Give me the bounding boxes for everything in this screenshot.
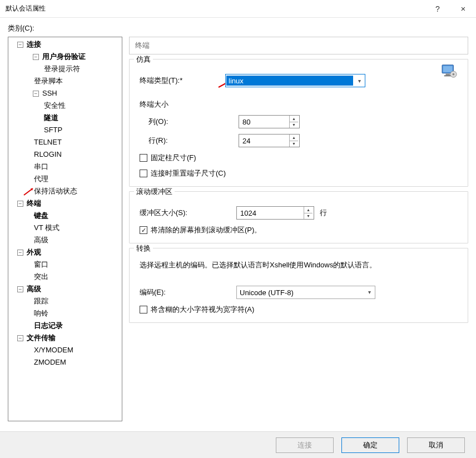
tree-telnet[interactable]: TELNET (33, 136, 63, 148)
buffer-unit: 行 (320, 208, 327, 218)
tree-serial[interactable]: 串口 (33, 161, 49, 173)
svg-rect-1 (443, 66, 453, 72)
connect-button[interactable]: 连接 (276, 437, 334, 453)
tree-vtmode[interactable]: VT 模式 (33, 222, 61, 234)
emulation-title: 仿真 (134, 54, 153, 64)
tree-login-script[interactable]: 登录脚本 (33, 75, 64, 87)
window-title: 默认会话属性 (6, 4, 46, 13)
tree-appearance[interactable]: 外观 (26, 246, 42, 258)
push-cleared-checkbox[interactable] (140, 226, 147, 234)
dialog-footer: 连接 确定 取消 (0, 431, 476, 458)
category-tree[interactable]: −连接 −用户身份验证 登录提示符 登录脚本 −SSH 安全性 隧道 SFTP (8, 37, 122, 421)
tree-logging[interactable]: 日志记录 (33, 320, 64, 332)
cols-label: 列(O): (136, 117, 197, 127)
buffer-size-value: 1024 (240, 209, 304, 217)
close-button[interactable]: × (450, 0, 476, 17)
cancel-button[interactable]: 取消 (407, 437, 465, 453)
tree-connection[interactable]: 连接 (26, 38, 42, 51)
buffer-size-spinner[interactable]: 1024 ▲▼ (236, 206, 314, 220)
fixed-cols-label: 固定柱尺寸(F) (151, 153, 196, 163)
tree-filetransfer[interactable]: 文件传输 (26, 332, 57, 344)
tree-sftp[interactable]: SFTP (43, 124, 63, 136)
minus-icon[interactable]: − (33, 54, 39, 60)
ambiguous-wide-checkbox[interactable] (140, 306, 147, 313)
minus-icon[interactable]: − (17, 286, 23, 292)
reset-on-connect-label: 连接时重置端子尺寸(C) (151, 168, 226, 178)
tree-window[interactable]: 窗口 (33, 258, 49, 271)
minus-icon[interactable]: − (17, 42, 23, 48)
terminal-type-dropdown[interactable]: linux ▾ (225, 74, 365, 87)
ambiguous-wide-label: 将含糊的大小字符视为宽字符(A) (151, 305, 254, 315)
spin-up-icon[interactable]: ▲ (290, 135, 298, 141)
tree-keepalive[interactable]: 保持活动状态 (33, 185, 78, 197)
tree-highlight[interactable]: 突出 (33, 271, 49, 283)
spin-down-icon[interactable]: ▼ (290, 141, 298, 147)
panel-heading: 终端 (129, 37, 468, 54)
encoding-dropdown[interactable]: Unicode (UTF-8) ▾ (236, 286, 375, 299)
scroll-group: 滚动缓冲区 缓冲区大小(S): 1024 ▲▼ 行 将清除的屏幕推到滚动缓冲区(… (129, 191, 468, 243)
tree-security[interactable]: 安全性 (43, 99, 67, 112)
minus-icon[interactable]: − (17, 335, 23, 341)
cols-spinner[interactable]: 80 ▲▼ (239, 115, 300, 128)
push-cleared-label: 将清除的屏幕推到滚动缓冲区(P)。 (151, 225, 261, 235)
terminal-type-label: 终端类型(T):* (136, 76, 225, 86)
tree-tunnel[interactable]: 隧道 (43, 112, 60, 124)
tree-terminal[interactable]: 终端 (26, 197, 42, 210)
buffer-size-label: 缓冲区大小(S): (136, 208, 236, 218)
rows-spinner[interactable]: 24 ▲▼ (239, 134, 300, 147)
ok-button[interactable]: 确定 (341, 437, 399, 453)
tree-advanced-term[interactable]: 高级 (33, 234, 49, 246)
tree-bell[interactable]: 响铃 (33, 307, 49, 320)
tree-ssh[interactable]: SSH (41, 87, 58, 99)
encoding-label: 编码(E): (136, 287, 236, 297)
translate-note: 选择远程主机的编码。已选择默认语言时Xshell使用Windows的默认语言。 (136, 257, 461, 273)
reset-on-connect-checkbox[interactable] (140, 170, 147, 177)
chevron-down-icon: ▾ (364, 289, 375, 295)
tree-proxy[interactable]: 代理 (33, 173, 49, 185)
terminal-type-value: linux (226, 76, 353, 86)
titlebar: 默认会话属性 ? × (0, 0, 476, 18)
scroll-title: 滚动缓冲区 (134, 187, 175, 197)
spin-down-icon[interactable]: ▼ (304, 213, 313, 220)
translate-group: 转换 选择远程主机的编码。已选择默认语言时Xshell使用Windows的默认语… (129, 248, 468, 323)
tree-rlogin[interactable]: RLOGIN (33, 148, 63, 161)
spin-up-icon[interactable]: ▲ (290, 116, 298, 122)
tree-keyboard[interactable]: 键盘 (33, 210, 49, 222)
minus-icon[interactable]: − (17, 250, 23, 256)
tree-xymodem[interactable]: X/YMODEM (33, 344, 75, 356)
tree-trace[interactable]: 跟踪 (33, 295, 49, 307)
emulation-group: 仿真 终端类型(T):* linux ▾ (129, 59, 468, 187)
tree-zmodem[interactable]: ZMODEM (33, 356, 67, 369)
terminal-size-title: 终端大小 (136, 99, 461, 109)
tree-auth[interactable]: 用户身份验证 (41, 51, 87, 63)
category-label: 类别(C): (8, 23, 468, 33)
minus-icon[interactable]: − (17, 201, 23, 207)
rows-value: 24 (242, 137, 289, 145)
spin-up-icon[interactable]: ▲ (304, 207, 313, 213)
fixed-cols-checkbox[interactable] (140, 154, 147, 162)
cols-value: 80 (242, 118, 289, 126)
tree-login-prompt[interactable]: 登录提示符 (43, 63, 81, 75)
help-button[interactable]: ? (425, 0, 450, 17)
minus-icon[interactable]: − (33, 91, 39, 97)
encoding-value: Unicode (UTF-8) (237, 287, 363, 297)
spin-down-icon[interactable]: ▼ (290, 122, 298, 128)
chevron-down-icon: ▾ (354, 78, 365, 84)
tree-advanced[interactable]: 高级 (26, 283, 42, 295)
rows-label: 行(R): (136, 136, 197, 146)
translate-title: 转换 (134, 243, 153, 253)
